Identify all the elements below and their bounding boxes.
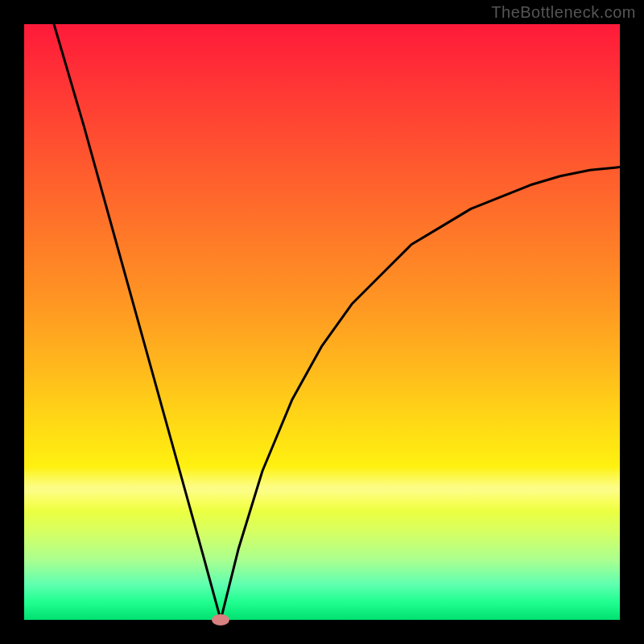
chart-frame: TheBottleneck.com (0, 0, 644, 644)
plot-area (24, 24, 620, 620)
bottleneck-curve-svg (24, 24, 620, 620)
watermark-text: TheBottleneck.com (491, 3, 636, 22)
bottleneck-curve-path (24, 0, 620, 620)
optimum-marker (212, 614, 229, 625)
